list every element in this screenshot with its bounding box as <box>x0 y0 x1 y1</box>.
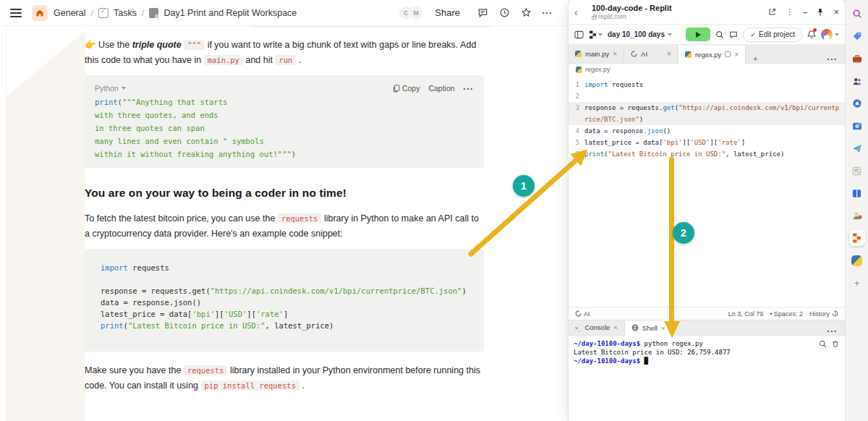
new-tab-icon[interactable] <box>746 54 765 63</box>
python-icon <box>576 67 582 73</box>
code-editor[interactable]: 1 import requests 2 3 response = request… <box>569 75 845 307</box>
console-icon <box>575 323 581 331</box>
annotation-badge-2: 2 <box>673 222 694 244</box>
shell-globe-icon <box>631 324 639 331</box>
notes-icon[interactable] <box>849 163 865 179</box>
close-icon[interactable] <box>833 7 839 17</box>
notifications-icon[interactable] <box>807 30 816 39</box>
browser-sidebar <box>845 0 868 421</box>
send-icon[interactable] <box>849 140 865 156</box>
doc-header: General / Tasks / Day1 Print and Replit … <box>0 0 569 26</box>
tab-console[interactable]: Console × <box>569 320 625 335</box>
search-icon[interactable] <box>849 6 865 22</box>
copy-button[interactable]: Copy <box>393 84 420 93</box>
play-icon <box>696 32 701 38</box>
paragraph-triple-quote: 👉 Use the triple quote """ if you want t… <box>85 38 484 68</box>
chat-icon[interactable] <box>729 30 738 39</box>
close-tab-icon[interactable] <box>667 50 671 58</box>
ai-status[interactable]: AI <box>575 310 590 318</box>
tab-regex-py[interactable]: regex.py <box>678 46 746 64</box>
code-line: latest_price = data['bpi']['USD']['rate'… <box>101 308 468 320</box>
editor-line: 6 print("Latest Bitcoin price in USD:", … <box>569 148 845 160</box>
terminal-search-icon[interactable] <box>819 340 827 348</box>
home-icon[interactable] <box>32 5 48 21</box>
code-language-select[interactable]: Python <box>95 84 126 93</box>
python-icon <box>685 51 692 58</box>
toolbox-icon[interactable] <box>849 51 865 67</box>
pin-icon[interactable] <box>817 8 824 17</box>
close-tab-icon[interactable] <box>613 50 617 58</box>
code-block-triple-quote: Python Copy Caption print("""Anything th… <box>85 75 484 168</box>
close-tab-icon[interactable] <box>734 51 739 59</box>
breadcrumb-page[interactable]: Day1 Print and Replit Workspace <box>163 8 297 18</box>
history-button[interactable]: History <box>809 310 838 318</box>
user-avatar <box>821 29 833 41</box>
search-icon[interactable] <box>715 30 724 39</box>
camera-icon[interactable] <box>849 118 865 134</box>
code-line: within it without freaking anything out!… <box>95 148 474 161</box>
breadcrumb: General / Tasks / Day1 Print and Replit … <box>54 8 297 18</box>
editor-line: 5 latest_price = data['bpi']['USD']['rat… <box>569 137 845 148</box>
tab-preview-icon[interactable] <box>725 51 731 57</box>
sidebar-toggle-icon[interactable] <box>574 30 584 39</box>
document-panel: General / Tasks / Day1 Print and Replit … <box>0 0 569 421</box>
add-icon[interactable] <box>849 275 865 291</box>
tag-icon[interactable] <box>849 28 865 44</box>
code-line: in three quotes can span <box>95 122 474 135</box>
console-more-icon[interactable] <box>820 323 845 335</box>
code-line: print("""Anything that starts <box>95 95 474 109</box>
paragraph-pip-install: Make sure you have the requests library … <box>85 363 484 394</box>
editor-statusbar: AI Ln 3, Col 79 • Spaces: 2 History <box>569 307 845 320</box>
breadcrumb-home[interactable]: General <box>54 8 85 18</box>
contact-icon[interactable] <box>849 208 865 224</box>
cursor-position[interactable]: Ln 3, Col 79 <box>728 310 764 318</box>
more-options-icon[interactable] <box>537 4 558 22</box>
code-line: many lines and even contain " symbols <box>95 135 474 148</box>
account-menu[interactable] <box>821 29 839 41</box>
comments-icon[interactable] <box>472 4 493 22</box>
indentation-setting[interactable]: • Spaces: 2 <box>770 310 803 318</box>
history-icon <box>832 310 838 317</box>
minimize-icon[interactable] <box>803 8 807 17</box>
tab-ai[interactable]: AI <box>624 45 678 63</box>
split-view-icon[interactable] <box>849 185 865 201</box>
code-more-icon[interactable] <box>464 85 474 92</box>
tabbar-more-icon[interactable] <box>820 51 845 63</box>
page-icon <box>149 8 158 18</box>
section-heading: You are on your way to being a coder in … <box>85 187 484 200</box>
editor-line-current: 3 response = requests.get("https://api.c… <box>569 102 845 125</box>
history-icon[interactable] <box>493 4 515 22</box>
menu-icon[interactable] <box>10 9 22 17</box>
doc-content: 👉 Use the triple quote """ if you want t… <box>85 26 484 394</box>
terminal-prompt: ~/day-10100-days$ █ <box>574 357 840 365</box>
terminal-clear-trash-icon[interactable] <box>832 340 839 348</box>
chevron-down-icon <box>835 33 839 36</box>
terminal-output: Latest Bitcoin price in USD: 26,759.4877 <box>574 348 840 357</box>
window-titlebar: 100-day-code - Replit replit.com <box>569 0 845 25</box>
ai-icon <box>575 310 582 317</box>
shell-terminal[interactable]: ~/day-10100-days$ python regex.py Latest… <box>569 336 845 421</box>
file-breadcrumb: regex.py <box>569 64 845 75</box>
code-line: import requests <box>101 262 468 273</box>
avatar[interactable]: M <box>409 6 423 20</box>
share-button[interactable]: Share <box>435 7 460 18</box>
close-tab-icon[interactable]: × <box>613 323 618 331</box>
replit-toolbar: day 10_100 days Edit project <box>569 25 845 45</box>
code-line: print("Latest Bitcoin price in USD:", la… <box>101 320 468 331</box>
tab-main-py[interactable]: main.py <box>569 45 624 63</box>
editor-line: 4 data = response.json() <box>569 125 845 137</box>
window-menu-icon[interactable] <box>786 7 793 17</box>
back-icon[interactable] <box>574 7 587 18</box>
python-icon[interactable] <box>849 252 865 268</box>
run-button[interactable] <box>686 27 710 41</box>
breadcrumb-tasks[interactable]: Tasks <box>114 8 137 18</box>
replit-extension-icon[interactable] <box>849 230 865 246</box>
open-in-browser-icon[interactable] <box>768 8 776 16</box>
replit-logo-icon[interactable] <box>589 30 603 39</box>
star-icon[interactable] <box>515 4 537 22</box>
repl-name-dropdown[interactable]: day 10_100 days <box>608 30 672 38</box>
profiles-icon[interactable] <box>849 73 865 89</box>
shutter-icon[interactable] <box>849 95 865 111</box>
edit-project-button[interactable]: Edit project <box>743 27 802 42</box>
caption-button[interactable]: Caption <box>428 84 454 93</box>
